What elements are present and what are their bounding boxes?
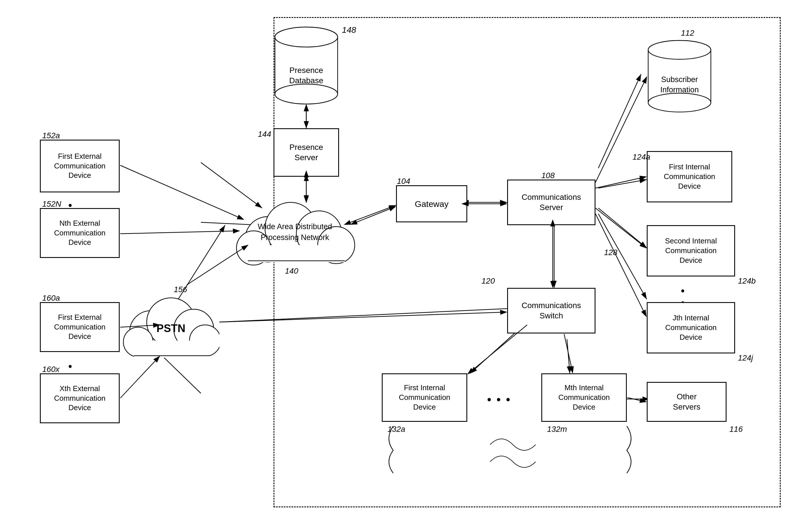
other-servers-label: OtherServers <box>673 392 700 412</box>
nth-external-label: Nth ExternalCommunicationDevice <box>54 219 106 247</box>
first-external-comm-device-top: First ExternalCommunicationDevice <box>40 140 120 192</box>
ref-124j: 124j <box>738 354 753 363</box>
ref-132m: 132m <box>547 425 567 434</box>
first-internal-right-label: First InternalCommunicationDevice <box>664 162 715 191</box>
presence-database-label: PresenceDatabase <box>289 66 324 85</box>
dots-bottom-devices: • • • <box>487 393 511 406</box>
gateway: Gateway <box>396 185 467 222</box>
diagram-container: PresenceDatabase 148 PresenceServer 144 <box>0 0 812 523</box>
jth-internal-label: Jth InternalCommunicationDevice <box>665 313 717 342</box>
xth-external-comm-device: Xth ExternalCommunicationDevice <box>40 373 120 423</box>
pstn-cloud: PSTN <box>123 285 219 365</box>
ref-124b: 124b <box>738 276 756 286</box>
ref-148: 148 <box>342 25 356 35</box>
first-internal-bottom-a-label: First InternalCommunicationDevice <box>399 383 450 412</box>
second-internal-comm-device: Second InternalCommunicationDevice <box>647 225 735 276</box>
comm-server-label: CommunicationsServer <box>522 192 581 213</box>
presence-server: PresenceServer <box>274 128 339 177</box>
communications-server: CommunicationsServer <box>507 180 595 225</box>
jth-internal-comm-device: Jth InternalCommunicationDevice <box>647 302 735 354</box>
svg-point-23 <box>275 27 338 47</box>
ref-108: 108 <box>541 171 555 180</box>
ref-120: 120 <box>481 276 495 286</box>
ref-144: 144 <box>258 130 271 139</box>
ref-160x: 160x <box>42 365 59 374</box>
communications-switch: CommunicationsSwitch <box>507 288 595 333</box>
other-servers: OtherServers <box>647 382 726 422</box>
svg-rect-40 <box>134 341 209 358</box>
svg-point-34 <box>648 40 711 59</box>
svg-line-47 <box>120 231 239 234</box>
ref-104: 104 <box>397 177 410 186</box>
subscriber-information: SubscriberInformation <box>647 37 712 117</box>
subscriber-info-label: SubscriberInformation <box>660 75 699 94</box>
mth-internal-label: Mth InternalCommunicationDevice <box>558 383 610 412</box>
pstn-label: PSTN <box>156 322 185 334</box>
svg-point-22 <box>275 84 338 104</box>
comm-switch-label: CommunicationsSwitch <box>522 301 581 321</box>
xth-external-label: Xth ExternalCommunicationDevice <box>54 384 106 413</box>
ref-156: 156 <box>174 285 187 294</box>
presence-database: PresenceDatabase <box>274 23 339 108</box>
second-internal-label: Second InternalCommunicationDevice <box>665 236 717 265</box>
mth-internal-comm-device: Mth InternalCommunicationDevice <box>541 373 627 422</box>
ref-152n: 152N <box>42 199 61 209</box>
wan-cloud: Wide Area DistributedProcessing Network <box>234 188 356 268</box>
ref-160a: 160a <box>42 293 60 303</box>
ref-116: 116 <box>730 425 743 434</box>
first-external-comm-device-bottom: First ExternalCommunicationDevice <box>40 302 120 352</box>
nth-external-comm-device: Nth ExternalCommunicationDevice <box>40 208 120 258</box>
ref-152a: 152a <box>42 131 60 140</box>
ref-132a: 132a <box>387 425 405 434</box>
first-internal-comm-device-right: First InternalCommunicationDevice <box>647 151 732 202</box>
svg-point-33 <box>648 93 711 112</box>
presence-server-label: PresenceServer <box>290 142 323 163</box>
ref-112: 112 <box>681 29 694 38</box>
ref-128: 128 <box>604 248 617 257</box>
svg-rect-29 <box>248 245 345 262</box>
svg-line-46 <box>120 165 244 219</box>
ref-124a: 124a <box>632 152 650 162</box>
first-external-bottom-label: First ExternalCommunicationDevice <box>54 313 106 341</box>
wan-label: Wide Area DistributedProcessing Network <box>258 222 332 242</box>
first-external-top-label: First ExternalCommunicationDevice <box>54 151 106 180</box>
ref-140: 140 <box>285 267 298 276</box>
first-internal-comm-device-bottom-a: First InternalCommunicationDevice <box>382 373 467 422</box>
gateway-label: Gateway <box>415 198 448 210</box>
